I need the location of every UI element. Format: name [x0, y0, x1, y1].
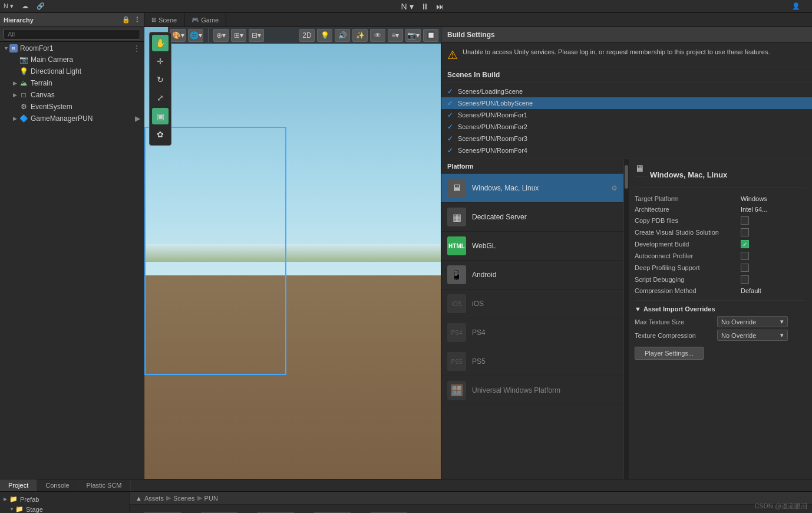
script-debugging-label: Script Debugging	[635, 276, 741, 283]
scenes-in-build-header: Scenes In Build	[441, 67, 812, 83]
scene-row-2[interactable]: ✓ Scenes/PUN/RoomFor1	[441, 109, 812, 121]
platform-uwp[interactable]: 🪟 Universal Windows Platform	[441, 376, 623, 405]
copy-pdb-checkbox[interactable]	[741, 216, 749, 225]
script-debugging-checkbox[interactable]	[741, 275, 749, 284]
tab-project[interactable]: Project	[0, 479, 37, 491]
scene-snap-btn[interactable]: ⊞▾	[231, 29, 246, 42]
scene-render-btn[interactable]: 🔲	[423, 29, 438, 42]
tool-transform[interactable]: ✿	[152, 126, 169, 143]
scene-row-3[interactable]: ✓ Scenes/PUN/RoomFor2	[441, 121, 812, 133]
tool-scale[interactable]: ⤢	[152, 90, 169, 106]
scene-2d3d-btn[interactable]: 🌐▾	[188, 29, 203, 42]
hierarchy-item-eventsystem[interactable]: ⚙ EventSystem	[0, 101, 144, 113]
menu-n[interactable]: N ▾	[4, 2, 14, 10]
copy-pdb-row: Copy PDB files	[635, 216, 806, 225]
scene-row-1[interactable]: ✓ Scenes/PUN/LobbyScene	[441, 97, 812, 109]
pt-prefab-label: Prefab	[20, 496, 39, 503]
pt-prefab-icon: 📁	[9, 495, 18, 503]
breadcrumb-up-arrow[interactable]: ▲	[136, 495, 142, 502]
platform-header: Platform	[441, 159, 623, 174]
hierarchy-label-eventsystem: EventSystem	[31, 103, 72, 111]
asset-import-triangle[interactable]: ▼	[635, 305, 641, 313]
play-button[interactable]: N ▾	[401, 2, 414, 11]
platform-ios[interactable]: iOS iOS	[441, 290, 623, 318]
hierarchy-more-icon[interactable]: ⋮	[134, 16, 140, 24]
platform-dedicated[interactable]: ▦ Dedicated Server	[441, 203, 623, 232]
scene-2d-toggle[interactable]: 2D	[299, 29, 315, 42]
platform-android[interactable]: 📱 Android	[441, 261, 623, 290]
scene-name-5: Scenes/PUN/RoomFor4	[458, 147, 527, 154]
max-texture-dropdown[interactable]: No Override ▾	[717, 316, 788, 327]
tool-move[interactable]: ✛	[152, 53, 169, 70]
tab-console[interactable]: Console	[37, 479, 78, 491]
breadcrumb-pun[interactable]: PUN	[204, 495, 218, 502]
compression-value: Default	[741, 287, 806, 294]
hierarchy-item-roomfor1[interactable]: ▼ R RoomFor1 ⋮	[0, 43, 144, 54]
asset-import-label: Asset Import Overrides	[643, 305, 715, 313]
platform-webgl[interactable]: HTML WebGL	[441, 232, 623, 261]
tool-hand[interactable]: ✋	[152, 35, 169, 51]
player-settings-button[interactable]: Player Settings...	[635, 347, 704, 360]
pt-prefab[interactable]: ▶ 📁 Prefab	[0, 494, 129, 504]
max-texture-row: Max Texture Size No Override ▾	[635, 316, 806, 327]
breadcrumb-scenes[interactable]: Scenes	[173, 495, 195, 502]
scene-fx-btn[interactable]: ✨	[352, 29, 368, 42]
scene-grid-btn[interactable]: ⊟▾	[249, 29, 264, 42]
scene-light-btn[interactable]: 💡	[317, 29, 332, 42]
scene-gizmo-btn[interactable]: ⊕▾	[213, 29, 229, 42]
breadcrumb-assets[interactable]: Assets	[144, 495, 164, 502]
tool-rect[interactable]: ▣	[152, 108, 169, 124]
autoconnect-checkbox[interactable]	[741, 252, 749, 260]
scene-row-0[interactable]: ✓ Scenes/LoadingScene	[441, 86, 812, 97]
scene-camera-btn[interactable]: 📷▾	[405, 29, 421, 42]
target-platform-label: Target Platform	[635, 195, 741, 202]
hierarchy-item-directional-light[interactable]: 💡 Directional Light	[0, 65, 144, 77]
hierarchy-item-menu[interactable]: ⋮	[133, 44, 140, 52]
tool-rotate[interactable]: ↻	[152, 71, 169, 88]
platform-webgl-icon: HTML	[447, 236, 466, 255]
platform-windows-gear[interactable]: ⚙	[611, 184, 618, 192]
pause-button[interactable]: ⏸	[421, 2, 429, 11]
assets-grid: U LobbyScene... U + RoomF	[130, 505, 812, 513]
hierarchy-gamemanager-expand[interactable]: ▶	[135, 114, 140, 123]
hierarchy-item-canvas[interactable]: ▶ □ Canvas	[0, 89, 144, 101]
asset-import-overrides-header: ▼ Asset Import Overrides	[635, 305, 806, 313]
platform-ps4[interactable]: PS4 PS4	[441, 318, 623, 347]
pt-stage-label: Stage	[26, 506, 43, 513]
scene-shading-btn[interactable]: 🎨▾	[170, 29, 186, 42]
scene-visibility-btn[interactable]: 👁	[370, 29, 385, 42]
tab-scene[interactable]: ⊞ Scene	[144, 13, 184, 27]
step-button[interactable]: ⏭	[436, 2, 444, 11]
scene-check-2: ✓	[447, 111, 453, 119]
texture-compression-dropdown[interactable]: No Override ▾	[717, 330, 788, 341]
platform-uwp-icon: 🪟	[447, 381, 466, 400]
hierarchy-item-main-camera[interactable]: 📷 Main Camera	[0, 54, 144, 65]
hierarchy-lock-icon[interactable]: 🔒	[122, 16, 130, 24]
watermark: CSDN @溢流眼泪	[755, 502, 807, 511]
scene-row-4[interactable]: ✓ Scenes/PUN/RoomFor3	[441, 133, 812, 144]
menu-cloud[interactable]: ☁	[22, 2, 28, 10]
platform-scrollbar[interactable]	[624, 159, 629, 479]
tab-game[interactable]: 🎮 Game	[184, 13, 226, 27]
deep-profiling-checkbox[interactable]	[741, 264, 749, 272]
scene-audio-btn[interactable]: 🔊	[335, 29, 350, 42]
platform-android-name: Android	[472, 271, 496, 279]
menu-link[interactable]: 🔗	[37, 2, 45, 10]
vs-solution-checkbox[interactable]	[741, 228, 749, 236]
tab-plastic-scm[interactable]: Plastic SCM	[78, 479, 131, 491]
sep1	[208, 28, 209, 42]
scene-row-5[interactable]: ✓ Scenes/PUN/RoomFor4	[441, 144, 812, 156]
hierarchy-item-gamemanagerpun[interactable]: ▶ 🔷 GameManagerPUN ▶	[0, 113, 144, 124]
dev-build-checkbox[interactable]	[741, 240, 749, 248]
scene-layers-btn[interactable]: ≡▾	[388, 29, 403, 42]
platform-ps5[interactable]: PS5 PS5	[441, 347, 623, 376]
autoconnect-label: Autoconnect Profiler	[635, 252, 741, 259]
scene-check-4: ✓	[447, 134, 453, 143]
platform-windows[interactable]: 🖥 Windows, Mac, Linux ⚙	[441, 174, 623, 203]
vs-solution-row: Create Visual Studio Solution	[635, 228, 806, 236]
pt-stage[interactable]: ▼ 📁 Stage	[0, 504, 129, 513]
vs-solution-label: Create Visual Studio Solution	[635, 229, 741, 236]
hierarchy-item-terrain[interactable]: ▶ ⛰ Terrain	[0, 77, 144, 89]
build-settings-header: Build Settings	[441, 27, 812, 43]
hierarchy-search[interactable]	[4, 29, 140, 40]
